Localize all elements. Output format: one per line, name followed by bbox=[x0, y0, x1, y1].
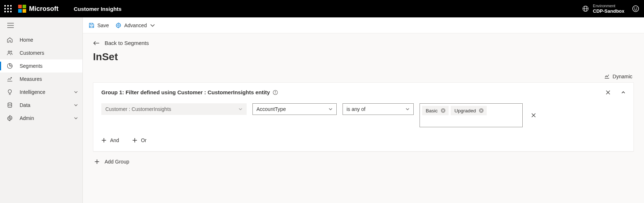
add-or-label: Or bbox=[141, 137, 147, 143]
chevron-down-icon bbox=[74, 116, 78, 120]
chevron-down-icon bbox=[150, 22, 155, 28]
chart-line-icon bbox=[7, 76, 13, 82]
app-title: Customer Insights bbox=[74, 6, 122, 12]
sidebar-item-label: Segments bbox=[20, 63, 42, 69]
sidebar-item-label: Customers bbox=[20, 50, 44, 56]
tag-label: Upgraded bbox=[454, 108, 476, 113]
sidebar-item-label: Measures bbox=[20, 76, 42, 82]
sidebar-item-label: Home bbox=[20, 37, 33, 43]
chart-line-icon bbox=[604, 74, 610, 79]
remove-condition-button[interactable] bbox=[531, 112, 536, 118]
back-label: Back to Segments bbox=[105, 40, 149, 46]
remove-tag-icon[interactable] bbox=[441, 108, 446, 113]
chevron-down-icon bbox=[74, 90, 78, 94]
microsoft-brand-text: Microsoft bbox=[29, 5, 58, 13]
values-tag-input[interactable]: Basic Upgraded bbox=[420, 103, 523, 127]
svg-point-14 bbox=[8, 103, 12, 104]
plus-icon bbox=[101, 138, 106, 143]
home-icon bbox=[7, 37, 13, 43]
filter-row: Customer : CustomerInsights AccountType … bbox=[101, 103, 625, 127]
database-icon bbox=[7, 102, 13, 108]
svg-point-16 bbox=[118, 24, 119, 26]
segment-type-indicator[interactable]: Dynamic bbox=[93, 74, 634, 79]
add-and-button[interactable]: And bbox=[101, 137, 119, 143]
svg-point-8 bbox=[636, 8, 637, 8]
add-group-button[interactable]: Add Group bbox=[93, 159, 634, 165]
sidebar-item-home[interactable]: Home bbox=[0, 33, 82, 46]
svg-point-6 bbox=[633, 6, 639, 12]
microsoft-logo-icon bbox=[18, 5, 26, 13]
svg-point-19 bbox=[275, 91, 276, 91]
svg-rect-2 bbox=[18, 9, 22, 13]
entity-field: Customer : CustomerInsights bbox=[101, 103, 247, 115]
value-tag: Upgraded bbox=[451, 106, 487, 115]
group-card: Group 1: Filter defined using Customer :… bbox=[93, 82, 634, 152]
hamburger-icon bbox=[7, 23, 14, 28]
remove-tag-icon[interactable] bbox=[479, 108, 484, 113]
add-group-label: Add Group bbox=[105, 159, 129, 165]
sidebar-item-label: Data bbox=[20, 102, 31, 108]
advanced-label: Advanced bbox=[124, 22, 147, 28]
svg-point-7 bbox=[635, 8, 635, 8]
chevron-down-icon bbox=[328, 107, 333, 111]
sidebar-item-data[interactable]: Data bbox=[0, 99, 82, 112]
sidebar-item-label: Admin bbox=[20, 115, 34, 121]
save-button[interactable]: Save bbox=[89, 22, 109, 28]
chevron-down-icon bbox=[74, 103, 78, 107]
value-tag: Basic bbox=[422, 106, 449, 115]
sidebar-item-segments[interactable]: Segments bbox=[0, 59, 82, 72]
svg-point-15 bbox=[9, 117, 11, 119]
attribute-select[interactable]: AccountType bbox=[252, 103, 337, 115]
advanced-button[interactable]: Advanced bbox=[116, 22, 155, 28]
sidebar-item-label: Intelligence bbox=[20, 89, 45, 95]
app-header: Microsoft Customer Insights Environment … bbox=[0, 0, 644, 17]
lightbulb-icon bbox=[7, 89, 13, 95]
globe-icon bbox=[582, 5, 589, 12]
sidebar-item-admin[interactable]: Admin bbox=[0, 112, 82, 125]
segment-type-label: Dynamic bbox=[613, 74, 632, 79]
save-icon bbox=[89, 22, 94, 28]
collapse-group-button[interactable] bbox=[621, 90, 625, 95]
attribute-value: AccountType bbox=[256, 106, 286, 112]
app-launcher-icon[interactable] bbox=[4, 5, 12, 12]
tag-label: Basic bbox=[426, 108, 438, 113]
svg-point-12 bbox=[8, 51, 10, 53]
environment-switcher[interactable]: Environment CDP-Sandbox bbox=[582, 4, 624, 14]
people-icon bbox=[7, 50, 13, 56]
content: Back to Segments InSet Dynamic Group 1: … bbox=[83, 33, 644, 203]
back-to-segments-link[interactable]: Back to Segments bbox=[93, 40, 634, 46]
pie-icon bbox=[7, 63, 13, 69]
arrow-left-icon bbox=[93, 41, 100, 46]
main: Save Advanced Back to Segments InSet Dyn… bbox=[83, 17, 644, 203]
operator-select[interactable]: is any of bbox=[343, 103, 414, 115]
sidebar-toggle[interactable] bbox=[0, 17, 82, 33]
environment-name: CDP-Sandbox bbox=[593, 8, 624, 14]
save-label: Save bbox=[97, 22, 109, 28]
chevron-down-icon bbox=[238, 107, 243, 111]
feedback-smiley-icon[interactable] bbox=[632, 5, 640, 13]
group-title: Group 1: Filter defined using Customer :… bbox=[101, 89, 270, 95]
page-title: InSet bbox=[93, 51, 634, 63]
environment-label: Environment bbox=[593, 4, 624, 8]
sidebar-item-measures[interactable]: Measures bbox=[0, 72, 82, 86]
plus-icon bbox=[94, 159, 100, 164]
chevron-down-icon bbox=[405, 107, 410, 111]
add-and-label: And bbox=[110, 137, 119, 143]
svg-rect-0 bbox=[18, 5, 22, 8]
nav: Home Customers Segments Measures Intelli… bbox=[0, 33, 82, 125]
command-bar: Save Advanced bbox=[83, 17, 644, 33]
operator-value: is any of bbox=[347, 106, 365, 112]
add-or-button[interactable]: Or bbox=[132, 137, 147, 143]
sidebar-item-intelligence[interactable]: Intelligence bbox=[0, 86, 82, 99]
svg-rect-3 bbox=[23, 9, 26, 13]
svg-point-13 bbox=[11, 51, 12, 52]
info-icon[interactable] bbox=[273, 90, 278, 95]
close-group-button[interactable] bbox=[605, 90, 611, 95]
svg-rect-1 bbox=[23, 5, 26, 8]
gear-icon bbox=[7, 115, 13, 121]
entity-value: Customer : CustomerInsights bbox=[105, 106, 171, 112]
microsoft-logo[interactable]: Microsoft bbox=[18, 5, 58, 13]
gear-icon bbox=[116, 22, 121, 28]
sidebar-item-customers[interactable]: Customers bbox=[0, 46, 82, 59]
plus-icon bbox=[132, 138, 137, 143]
